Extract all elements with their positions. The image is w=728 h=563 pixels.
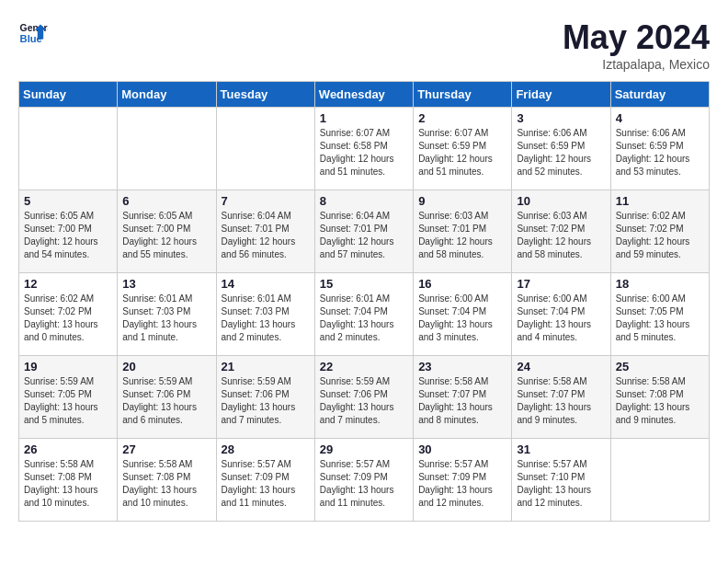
day-number: 7 [222,194,310,208]
day-info: Sunrise: 5:58 AM Sunset: 7:08 PM Dayligh… [24,458,112,510]
calendar-cell: 19Sunrise: 5:59 AM Sunset: 7:05 PM Dayli… [19,356,118,439]
header-thursday: Thursday [414,82,512,108]
day-info: Sunrise: 5:59 AM Sunset: 7:06 PM Dayligh… [222,375,310,427]
calendar-cell [216,108,314,190]
logo: General Blue [18,18,48,48]
calendar-week-3: 12Sunrise: 6:02 AM Sunset: 7:02 PM Dayli… [19,273,710,356]
day-number: 23 [418,360,506,373]
calendar-cell [19,108,118,190]
day-number: 12 [24,277,112,291]
header-saturday: Saturday [610,82,709,108]
page-header: General Blue May 2024 Iztapalapa, Mexico [18,18,710,72]
day-number: 14 [222,277,310,291]
calendar-cell: 22Sunrise: 5:59 AM Sunset: 7:06 PM Dayli… [314,356,413,439]
day-info: Sunrise: 6:07 AM Sunset: 6:58 PM Dayligh… [320,127,408,178]
day-info: Sunrise: 6:06 AM Sunset: 6:59 PM Dayligh… [616,127,704,178]
day-info: Sunrise: 6:05 AM Sunset: 7:00 PM Dayligh… [122,210,210,261]
day-info: Sunrise: 5:59 AM Sunset: 7:05 PM Dayligh… [24,375,112,427]
calendar-cell: 24Sunrise: 5:58 AM Sunset: 7:07 PM Dayli… [512,356,610,439]
day-info: Sunrise: 6:02 AM Sunset: 7:02 PM Dayligh… [24,293,112,344]
calendar-week-4: 19Sunrise: 5:59 AM Sunset: 7:05 PM Dayli… [19,356,710,439]
day-number: 18 [616,277,704,291]
calendar-cell: 11Sunrise: 6:02 AM Sunset: 7:02 PM Dayli… [610,190,709,273]
day-info: Sunrise: 5:58 AM Sunset: 7:07 PM Dayligh… [517,375,605,427]
day-info: Sunrise: 6:03 AM Sunset: 7:02 PM Dayligh… [517,210,605,261]
day-number: 29 [320,442,408,456]
calendar-cell: 3Sunrise: 6:06 AM Sunset: 6:59 PM Daylig… [512,108,610,190]
day-number: 26 [24,442,112,456]
calendar-cell: 10Sunrise: 6:03 AM Sunset: 7:02 PM Dayli… [512,190,610,273]
day-info: Sunrise: 5:57 AM Sunset: 7:09 PM Dayligh… [418,458,506,510]
title-area: May 2024 Iztapalapa, Mexico [563,18,710,72]
calendar-cell: 6Sunrise: 6:05 AM Sunset: 7:00 PM Daylig… [118,190,216,273]
day-number: 9 [418,194,506,208]
calendar-cell: 5Sunrise: 6:05 AM Sunset: 7:00 PM Daylig… [19,190,118,273]
day-number: 20 [122,360,210,373]
day-info: Sunrise: 6:04 AM Sunset: 7:01 PM Dayligh… [320,210,408,261]
day-number: 2 [418,111,506,125]
day-number: 3 [517,111,605,125]
day-number: 11 [616,194,704,208]
calendar-cell [610,439,709,522]
day-number: 6 [122,194,210,208]
day-number: 22 [320,360,408,373]
calendar-cell: 15Sunrise: 6:01 AM Sunset: 7:04 PM Dayli… [314,273,413,356]
day-info: Sunrise: 6:00 AM Sunset: 7:04 PM Dayligh… [418,293,506,344]
calendar-cell: 14Sunrise: 6:01 AM Sunset: 7:03 PM Dayli… [216,273,314,356]
calendar-cell: 17Sunrise: 6:00 AM Sunset: 7:04 PM Dayli… [512,273,610,356]
day-info: Sunrise: 6:00 AM Sunset: 7:04 PM Dayligh… [517,293,605,344]
day-info: Sunrise: 5:59 AM Sunset: 7:06 PM Dayligh… [122,375,210,427]
day-info: Sunrise: 6:05 AM Sunset: 7:00 PM Dayligh… [24,210,112,261]
header-monday: Monday [118,82,216,108]
calendar-cell: 4Sunrise: 6:06 AM Sunset: 6:59 PM Daylig… [610,108,709,190]
calendar-cell: 30Sunrise: 5:57 AM Sunset: 7:09 PM Dayli… [414,439,512,522]
header-row: Sunday Monday Tuesday Wednesday Thursday… [19,82,710,108]
day-number: 1 [320,111,408,125]
calendar-week-2: 5Sunrise: 6:05 AM Sunset: 7:00 PM Daylig… [19,190,710,273]
month-title: May 2024 [563,18,710,57]
day-number: 31 [517,442,605,456]
calendar-cell: 29Sunrise: 5:57 AM Sunset: 7:09 PM Dayli… [314,439,413,522]
day-info: Sunrise: 6:01 AM Sunset: 7:03 PM Dayligh… [222,293,310,344]
day-number: 27 [122,442,210,456]
day-info: Sunrise: 6:06 AM Sunset: 6:59 PM Dayligh… [517,127,605,178]
calendar-cell: 13Sunrise: 6:01 AM Sunset: 7:03 PM Dayli… [118,273,216,356]
calendar-week-1: 1Sunrise: 6:07 AM Sunset: 6:58 PM Daylig… [19,108,710,190]
day-info: Sunrise: 5:57 AM Sunset: 7:10 PM Dayligh… [517,458,605,510]
day-info: Sunrise: 5:57 AM Sunset: 7:09 PM Dayligh… [320,458,408,510]
header-wednesday: Wednesday [314,82,413,108]
day-info: Sunrise: 5:58 AM Sunset: 7:07 PM Dayligh… [418,375,506,427]
day-info: Sunrise: 5:59 AM Sunset: 7:06 PM Dayligh… [320,375,408,427]
day-info: Sunrise: 5:58 AM Sunset: 7:08 PM Dayligh… [122,458,210,510]
day-number: 19 [24,360,112,373]
day-number: 17 [517,277,605,291]
day-number: 10 [517,194,605,208]
header-tuesday: Tuesday [216,82,314,108]
day-info: Sunrise: 5:58 AM Sunset: 7:08 PM Dayligh… [616,375,704,427]
calendar-cell: 26Sunrise: 5:58 AM Sunset: 7:08 PM Dayli… [19,439,118,522]
header-sunday: Sunday [19,82,118,108]
calendar-cell: 8Sunrise: 6:04 AM Sunset: 7:01 PM Daylig… [314,190,413,273]
day-info: Sunrise: 6:01 AM Sunset: 7:04 PM Dayligh… [320,293,408,344]
day-info: Sunrise: 6:03 AM Sunset: 7:01 PM Dayligh… [418,210,506,261]
calendar-cell: 2Sunrise: 6:07 AM Sunset: 6:59 PM Daylig… [414,108,512,190]
day-number: 5 [24,194,112,208]
calendar-week-5: 26Sunrise: 5:58 AM Sunset: 7:08 PM Dayli… [19,439,710,522]
calendar-cell: 1Sunrise: 6:07 AM Sunset: 6:58 PM Daylig… [314,108,413,190]
day-number: 25 [616,360,704,373]
day-info: Sunrise: 6:04 AM Sunset: 7:01 PM Dayligh… [222,210,310,261]
calendar-cell: 12Sunrise: 6:02 AM Sunset: 7:02 PM Dayli… [19,273,118,356]
calendar-cell: 16Sunrise: 6:00 AM Sunset: 7:04 PM Dayli… [414,273,512,356]
day-number: 30 [418,442,506,456]
day-info: Sunrise: 6:00 AM Sunset: 7:05 PM Dayligh… [616,293,704,344]
calendar-cell: 9Sunrise: 6:03 AM Sunset: 7:01 PM Daylig… [414,190,512,273]
calendar-cell [118,108,216,190]
calendar-cell: 20Sunrise: 5:59 AM Sunset: 7:06 PM Dayli… [118,356,216,439]
calendar-cell: 7Sunrise: 6:04 AM Sunset: 7:01 PM Daylig… [216,190,314,273]
location: Iztapalapa, Mexico [563,57,710,72]
calendar-cell: 21Sunrise: 5:59 AM Sunset: 7:06 PM Dayli… [216,356,314,439]
day-number: 21 [222,360,310,373]
day-info: Sunrise: 6:02 AM Sunset: 7:02 PM Dayligh… [616,210,704,261]
calendar-cell: 25Sunrise: 5:58 AM Sunset: 7:08 PM Dayli… [610,356,709,439]
day-number: 15 [320,277,408,291]
